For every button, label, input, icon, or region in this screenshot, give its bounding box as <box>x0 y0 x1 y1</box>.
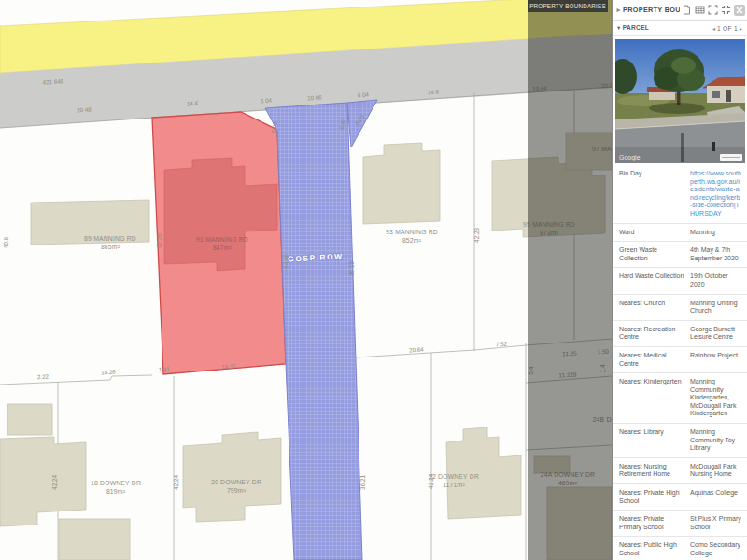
map-label: 42.23 <box>473 228 480 243</box>
map-label: 89 MANNING RD <box>84 235 136 242</box>
map-label: 819m² <box>106 488 126 495</box>
info-row: Nearest Private Primary SchoolSt Pius X … <box>613 511 747 537</box>
info-row-value: Aquinas College <box>690 489 741 505</box>
photo-far-house <box>649 91 675 100</box>
info-row-value: George Burnett Leisure Centre <box>690 326 741 342</box>
maximize-icon[interactable] <box>707 4 719 16</box>
info-row-value: 19th October 2020 <box>690 273 741 288</box>
info-row: Nearest Recreation CentreGeorge Burnett … <box>613 321 747 347</box>
minimize-icon[interactable] <box>720 4 732 16</box>
map-label: 20.64 <box>409 345 425 353</box>
building-shed <box>7 404 52 435</box>
info-row: Green Waste Collection4th May & 7th Sept… <box>613 242 747 268</box>
map-label: 22 DOWNEY DR <box>429 473 479 480</box>
map-label: 18 DOWNEY DR <box>91 480 141 486</box>
info-row-value: McDougall Park Nursing Home <box>690 463 741 479</box>
info-row-label: Nearest Medical Centre <box>619 352 690 368</box>
map-label: 36.21 <box>359 475 366 490</box>
info-row-label: Ward <box>619 229 690 237</box>
info-row: Nearest Nursing Retirement HomeMcDougall… <box>613 458 747 484</box>
export-document-icon[interactable] <box>681 4 693 16</box>
map-label: 799m² <box>227 487 247 494</box>
map-label: 10 06 <box>307 93 323 101</box>
map-label: 421 648 <box>42 77 64 85</box>
building-18-downey-annex <box>59 519 130 560</box>
photo-tree-shadow <box>649 103 705 114</box>
parcel-attribute-rows: Bin Dayhttps://www.southperth.wa.gov.au/… <box>613 165 747 560</box>
info-row: WardManning <box>613 224 747 243</box>
map-label: 865m² <box>101 244 120 250</box>
map-label: 20 48 <box>77 105 92 113</box>
property-boundaries-app: 421 64820 4814 46 0410 066 0414 610.6420… <box>0 0 747 560</box>
info-row-value: St Pius X Primary School <box>690 515 741 531</box>
map-label: 42.26 <box>156 233 162 248</box>
map-label: 847m² <box>213 245 233 251</box>
streetview-photo[interactable]: Google <box>615 39 744 163</box>
info-row-label: Nearest Private High School <box>619 489 690 505</box>
info-row-value: Manning <box>690 229 741 237</box>
info-row-value: Manning Uniting Church <box>690 300 741 315</box>
info-row: Hard Waste Collection19th October 2020 <box>613 268 747 294</box>
pager-next-icon[interactable]: ▸ <box>740 25 742 32</box>
property-boundaries-tab[interactable]: PROPERTY BOUNDARIES <box>528 0 608 12</box>
parcel-info-panel: ▸ PROPERTY BOUND... ▾ PARCEL <box>612 0 747 560</box>
map-label: 852m² <box>402 237 422 244</box>
info-row: Nearest LibraryManning Community Toy Lib… <box>613 424 747 458</box>
info-row: Nearest Public High SchoolComo Secondary… <box>613 537 747 560</box>
info-row: Nearest Private High SchoolAquinas Colle… <box>613 484 747 511</box>
map-label: 2.22 <box>37 373 49 381</box>
map-label: 40.6 <box>3 236 9 248</box>
map-label: 19.37 <box>221 362 237 370</box>
map-label: 42.24 <box>173 475 179 490</box>
info-row: Nearest ChurchManning Uniting Church <box>613 295 747 321</box>
info-row-label: Nearest Church <box>619 300 690 315</box>
info-row-label: Bin Day <box>619 170 690 218</box>
map-label: 14 6 <box>428 89 440 96</box>
map-label: 18.26 <box>101 369 117 376</box>
map-label: 1.41 <box>159 366 171 373</box>
close-panel-button[interactable] <box>734 5 745 16</box>
info-row-label: Hard Waste Collection <box>619 273 690 288</box>
chevron-down-icon: ▾ <box>617 24 621 31</box>
panel-header: ▸ PROPERTY BOUND... <box>613 0 747 21</box>
info-row-value: Manning Community Toy Library <box>690 428 741 453</box>
info-row-label: Nearest Public High School <box>619 541 690 557</box>
photo-pole-shadow <box>681 133 684 162</box>
map-label: 93 MANNING RD <box>386 229 438 235</box>
info-row: Nearest Medical CentreRainbow Project <box>613 347 747 373</box>
info-row: Nearest KindergartenManning Community Ki… <box>613 373 747 424</box>
map-label: 42.24 <box>51 475 58 490</box>
info-row-label: Nearest Recreation Centre <box>619 326 690 342</box>
info-row-label: Nearest Kindergarten <box>619 378 690 418</box>
photo-google-watermark: Google <box>619 154 641 161</box>
map-dim-overlay <box>528 0 612 560</box>
info-row-value: Manning Community Kindergarten, McDougal… <box>690 378 741 418</box>
map-label: 6 04 <box>357 91 369 99</box>
map-label: 1171m² <box>443 482 465 488</box>
map-canvas[interactable]: 421 64820 4814 46 0410 066 0414 610.6420… <box>0 0 612 560</box>
map-label: 7.52 <box>496 341 508 348</box>
info-row-label: Green Waste Collection <box>619 246 690 262</box>
parcel-section-toggle[interactable]: ▾ PARCEL <box>617 24 712 32</box>
map-label: 14 4 <box>186 100 198 107</box>
panel-collapse-chevron[interactable]: ▸ <box>614 6 623 14</box>
map-label: 36.19 <box>348 261 355 276</box>
info-row-value: 4th May & 7th September 2020 <box>690 246 741 262</box>
table-view-icon[interactable] <box>694 4 706 16</box>
info-row-value: Rainbow Project <box>690 352 741 368</box>
photo-figure <box>712 142 715 151</box>
pager-prev-icon[interactable]: ◂ <box>712 25 715 32</box>
info-row-label: Nearest Nursing Retirement Home <box>619 463 690 479</box>
map-label: 20 DOWNEY DR <box>211 479 261 485</box>
panel-title: PROPERTY BOUND... <box>623 6 680 14</box>
record-pager: ◂ 1 OF 1 ▸ <box>712 25 742 32</box>
parcel-section-header: ▾ PARCEL ◂ 1 OF 1 ▸ <box>613 21 747 36</box>
parcel-section-label: PARCEL <box>623 24 649 31</box>
map-label: 91 MANNING RD <box>196 236 248 243</box>
info-row-link[interactable]: https://www.southperth.wa.gov.au/residen… <box>690 170 741 218</box>
info-row-value: Como Secondary College <box>690 541 741 557</box>
map-label: 6 04 <box>260 97 272 105</box>
info-row-label: Nearest Private Primary School <box>619 515 690 531</box>
info-row-label: Nearest Library <box>619 428 690 453</box>
info-row: Bin Dayhttps://www.southperth.wa.gov.au/… <box>613 165 747 224</box>
